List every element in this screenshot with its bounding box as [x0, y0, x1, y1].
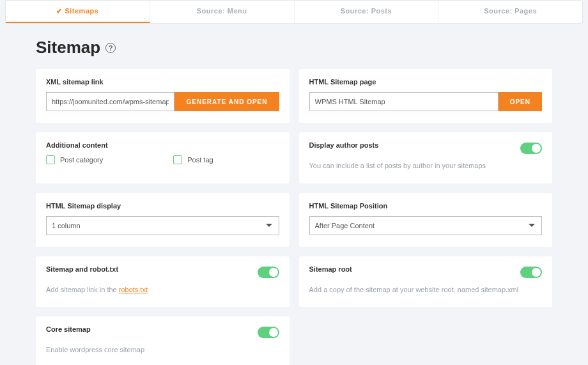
toggle-root[interactable]	[520, 267, 542, 278]
xml-label: XML sitemap link	[46, 78, 279, 86]
root-desc: Add a copy of the sitemap at your websit…	[309, 284, 543, 296]
display-select[interactable]: 1 column	[46, 216, 279, 235]
help-icon[interactable]: ?	[105, 43, 116, 53]
position-label: HTML Sitemap Position	[309, 202, 543, 210]
toggle-author[interactable]	[520, 143, 542, 154]
tabs-bar: ✔ Sitemaps Source: Menu Source: Posts So…	[5, 0, 583, 24]
toggle-core[interactable]	[258, 327, 279, 338]
card-author: Display author posts You can include a l…	[299, 132, 553, 183]
position-select[interactable]: After Page Content	[309, 216, 543, 235]
card-display: HTML Sitemap display 1 column	[36, 193, 290, 247]
generate-open-button[interactable]: Generate and Open	[174, 92, 279, 111]
tab-source-posts[interactable]: Source: Posts	[295, 1, 439, 23]
robot-desc: Add sitemap link in the robots.txt	[46, 284, 279, 296]
core-label: Core sitemap	[46, 325, 91, 333]
card-html-sitemap-page: HTML Sitemap page WPMS HTML Sitemap Open	[299, 69, 553, 123]
card-robot: Sitemap and robot.txt Add sitemap link i…	[36, 256, 290, 307]
author-desc: You can include a list of posts by autho…	[309, 160, 543, 172]
core-desc: Enable wordpress core sitemap	[46, 345, 279, 356]
tab-source-pages[interactable]: Source: Pages	[438, 1, 582, 23]
page-title: Sitemap	[36, 38, 100, 58]
open-button[interactable]: Open	[499, 92, 542, 111]
checkbox-post-category[interactable]: Post category	[46, 155, 103, 164]
card-position: HTML Sitemap Position After Page Content	[299, 193, 553, 247]
htmlpage-label: HTML Sitemap page	[309, 78, 543, 86]
xml-input[interactable]	[46, 92, 174, 111]
tab-source-menu[interactable]: Source: Menu	[150, 1, 295, 23]
root-label: Sitemap root	[309, 265, 352, 273]
toggle-robot[interactable]	[258, 267, 279, 278]
card-root: Sitemap root Add a copy of the sitemap a…	[299, 256, 553, 307]
author-label: Display author posts	[309, 141, 379, 149]
card-xml-sitemap: XML sitemap link Generate and Open	[36, 69, 290, 123]
card-core: Core sitemap Enable wordpress core sitem…	[36, 316, 290, 365]
checkbox-post-tag[interactable]: Post tag	[173, 155, 213, 164]
robot-label: Sitemap and robot.txt	[46, 265, 118, 273]
card-additional: Additional content Post category Post ta…	[36, 132, 290, 183]
additional-label: Additional content	[46, 141, 279, 149]
htmlpage-select[interactable]: WPMS HTML Sitemap	[309, 92, 499, 111]
display-label: HTML Sitemap display	[46, 202, 279, 210]
robots-link[interactable]: robots.txt	[119, 286, 148, 293]
tab-sitemaps[interactable]: ✔ Sitemaps	[6, 1, 150, 23]
